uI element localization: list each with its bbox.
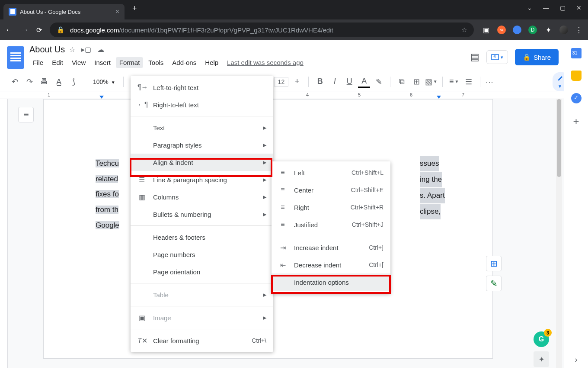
docs-logo-icon[interactable] [7, 46, 24, 69]
menu-edit[interactable]: Edit [48, 57, 67, 68]
menu-clear-formatting[interactable]: T✕Clear formattingCtrl+\ [131, 332, 273, 349]
side-panel-collapse-icon[interactable]: › [575, 355, 578, 364]
cloud-status-icon[interactable]: ☁ [97, 45, 104, 54]
window-dropdown-icon[interactable]: ⌄ [527, 4, 532, 11]
side-panel: + › [564, 40, 588, 373]
insert-comment-icon[interactable]: ⊞ [410, 76, 422, 88]
grammarly-badge[interactable]: G [534, 331, 549, 347]
submenu-increase-indent[interactable]: ⇥Increase indentCtrl+] [272, 239, 390, 256]
rtl-icon: ←¶ [137, 101, 146, 109]
menu-view[interactable]: View [68, 57, 89, 68]
share-button[interactable]: 🔒 Share [515, 49, 559, 65]
menu-headers-footers[interactable]: Headers & footers [131, 228, 273, 246]
menu-insert[interactable]: Insert [91, 57, 114, 68]
window-maximize-icon[interactable]: ▢ [560, 4, 566, 11]
keep-icon[interactable] [571, 71, 582, 81]
nav-back-icon[interactable]: ← [5, 26, 13, 35]
new-tab-button[interactable]: + [132, 4, 137, 13]
font-size-increase-icon[interactable]: + [291, 76, 303, 88]
spellcheck-icon[interactable]: A̲ [53, 76, 65, 88]
toolbar-more-icon[interactable]: ⋯ [486, 77, 494, 87]
menu-page-numbers[interactable]: Page numbers [131, 246, 273, 263]
add-comment-button[interactable]: ⊞ [486, 256, 502, 271]
ext-blue-icon[interactable] [513, 26, 521, 34]
last-edit-link[interactable]: Last edit was seconds ago [227, 59, 304, 66]
ext-green-icon[interactable]: D [528, 26, 537, 34]
extensions-puzzle-icon[interactable]: ✦ [544, 26, 553, 34]
outline-toggle-button[interactable]: ≣ [18, 107, 34, 122]
submenu-indentation-options[interactable]: Indentation options [272, 273, 390, 291]
menu-line-spacing[interactable]: ☰Line & paragraph spacing▶ [131, 171, 273, 188]
menu-rtl[interactable]: ←¶Right-to-left text [131, 96, 273, 113]
explore-button[interactable]: ✦ [534, 351, 549, 367]
undo-icon[interactable]: ↶ [9, 76, 21, 88]
highlight-icon[interactable]: ✎ [373, 76, 385, 88]
ltr-icon: ¶→ [137, 84, 146, 91]
indent-marker-right[interactable] [437, 96, 441, 99]
horizontal-ruler[interactable]: 1 4 5 6 7 [0, 91, 588, 99]
suggest-edit-button[interactable]: ✎ [486, 276, 502, 291]
align-icon[interactable]: ≡▼ [448, 76, 460, 88]
redo-icon[interactable]: ↷ [23, 76, 35, 88]
chrome-menu-icon[interactable]: ⋮ [575, 25, 583, 35]
menu-columns[interactable]: ▥Columns▶ [131, 188, 273, 206]
menu-help[interactable]: Help [201, 57, 222, 68]
ext-panel-icon[interactable]: ▣ [482, 26, 490, 34]
format-dropdown: ¶→Left-to-right text ←¶Right-to-left tex… [131, 76, 273, 352]
ext-owl-icon[interactable]: ∞ [497, 26, 506, 34]
window-close-icon[interactable]: ✕ [576, 4, 582, 11]
add-addon-icon[interactable]: + [573, 116, 579, 128]
browser-tab[interactable]: About Us - Google Docs × [3, 4, 125, 19]
menu-paragraph-styles[interactable]: Paragraph styles▶ [131, 136, 273, 154]
bookmark-star-icon[interactable]: ☆ [461, 26, 467, 34]
nav-reload-icon[interactable]: ⟳ [36, 26, 42, 34]
menu-file[interactable]: File [29, 57, 47, 68]
insert-image-icon[interactable]: ▧▼ [425, 76, 437, 88]
submenu-justified[interactable]: ≡JustifiedCtrl+Shift+J [272, 216, 390, 233]
calendar-icon[interactable] [571, 48, 582, 58]
nav-forward-icon[interactable]: → [21, 26, 29, 35]
decrease-indent-icon: ⇤ [278, 261, 287, 269]
print-icon[interactable]: 🖶 [38, 76, 50, 88]
menu-align-indent[interactable]: Align & indent▶ [131, 154, 273, 171]
tasks-icon[interactable] [571, 93, 582, 103]
insert-link-icon[interactable]: ⧉ [396, 76, 408, 88]
menu-tools[interactable]: Tools [145, 57, 167, 68]
menu-format[interactable]: Format [116, 57, 144, 68]
menu-bar: File Edit View Insert Format Tools Add-o… [29, 57, 465, 68]
vertical-ruler[interactable] [0, 99, 8, 368]
line-spacing-icon[interactable]: ☰ [463, 76, 475, 88]
menu-page-orientation[interactable]: Page orientation [131, 263, 273, 280]
vertical-scrollbar[interactable] [556, 99, 562, 368]
font-size-input[interactable]: 12 [274, 77, 289, 87]
submenu-left[interactable]: ≡LeftCtrl+Shift+L [272, 164, 390, 181]
paint-format-icon[interactable]: ⟆ [67, 76, 80, 88]
menu-text[interactable]: Text▶ [131, 119, 273, 136]
comment-history-icon[interactable]: ▤ [470, 51, 479, 63]
italic-icon[interactable]: I [329, 76, 341, 88]
align-justified-icon: ≡ [278, 221, 287, 228]
submenu-right[interactable]: ≡RightCtrl+Shift+R [272, 199, 390, 216]
window-minimize-icon[interactable]: — [543, 4, 549, 11]
document-title[interactable]: About Us [29, 45, 65, 55]
menu-bullets[interactable]: Bullets & numbering▶ [131, 206, 273, 223]
zoom-select[interactable]: 100% ▼ [90, 78, 118, 85]
scrollbar-thumb[interactable] [557, 99, 561, 177]
url-bar[interactable]: 🔒 docs.google.com/document/d/1bqPW7lF1fH… [50, 23, 474, 37]
tab-close-icon[interactable]: × [115, 8, 119, 16]
text-color-icon[interactable]: A [358, 76, 370, 88]
bold-icon[interactable]: B [314, 76, 326, 88]
menu-ltr[interactable]: ¶→Left-to-right text [131, 79, 273, 96]
indent-marker-left[interactable] [99, 96, 104, 99]
docs-favicon-icon [9, 8, 16, 16]
star-document-icon[interactable]: ☆ [69, 45, 75, 54]
menu-image: ▣Image▶ [131, 309, 273, 326]
profile-avatar-icon[interactable] [559, 26, 568, 34]
tab-title: About Us - Google Docs [20, 9, 80, 15]
submenu-center[interactable]: ≡CenterCtrl+Shift+E [272, 181, 390, 199]
move-document-icon[interactable]: ▸▢ [81, 45, 91, 54]
underline-icon[interactable]: U [343, 76, 355, 88]
menu-addons[interactable]: Add-ons [169, 57, 200, 68]
submenu-decrease-indent[interactable]: ⇤Decrease indentCtrl+[ [272, 256, 390, 273]
present-button[interactable]: ▾ [486, 50, 508, 64]
